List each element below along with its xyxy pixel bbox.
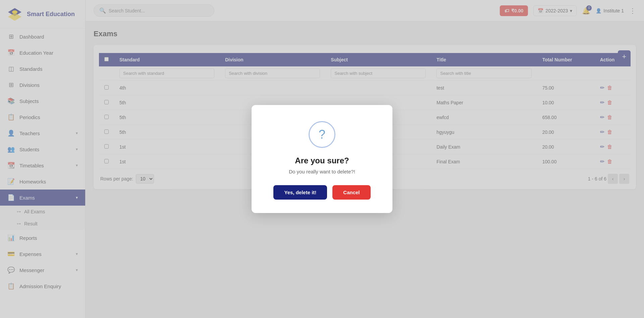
confirm-delete-button[interactable]: Yes, delete it! — [273, 185, 327, 200]
modal-buttons: Yes, delete it! Cancel — [273, 185, 370, 200]
modal-overlay: ? Are you sure? Do you really want to de… — [0, 0, 644, 318]
question-mark: ? — [319, 127, 325, 142]
modal-question-icon: ? — [309, 121, 335, 148]
cancel-delete-button[interactable]: Cancel — [332, 185, 370, 200]
confirm-dialog: ? Are you sure? Do you really want to de… — [252, 105, 392, 213]
modal-subtitle: Do you really want to delete?! — [289, 169, 355, 174]
modal-title: Are you sure? — [295, 156, 349, 165]
